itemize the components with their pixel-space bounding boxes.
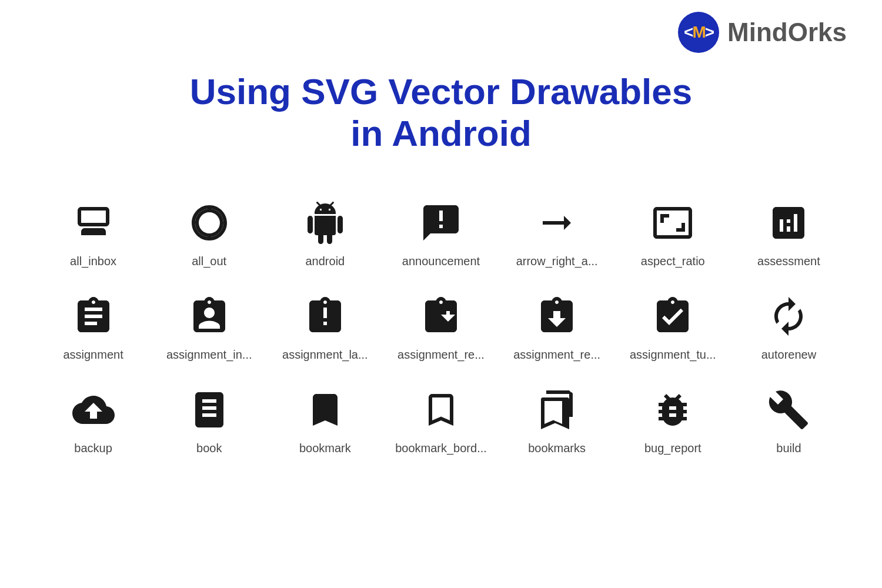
- icon-row-1: all_inbox all_out android announcement: [35, 190, 847, 278]
- autorenew-icon: [767, 295, 810, 338]
- icon-row-3: backup book bookmark bookmark_bord...: [35, 377, 847, 465]
- icon-item-bookmark-border[interactable]: bookmark_bord...: [383, 377, 499, 465]
- icon-item-assignment-turned-in[interactable]: assignment_tu...: [615, 283, 731, 371]
- icon-item-assignment-ind[interactable]: assignment_in...: [151, 283, 267, 371]
- icon-item-assignment[interactable]: assignment: [35, 283, 151, 371]
- title-line1: Using SVG Vector Drawables: [190, 71, 693, 112]
- assessment-label: assessment: [757, 255, 820, 268]
- icon-row-2: assignment assignment_in... assignment_l…: [35, 283, 847, 371]
- arrow-right-icon: [536, 202, 578, 244]
- assignment-return-label: assignment_re...: [397, 348, 485, 362]
- title-section: Using SVG Vector Drawables in Android: [0, 59, 882, 178]
- bookmark-label: bookmark: [299, 442, 351, 455]
- bug-report-icon: [652, 389, 694, 431]
- icon-item-announcement[interactable]: announcement: [383, 190, 499, 278]
- logo-text: MindOrks: [727, 18, 847, 47]
- icon-item-assignment-late[interactable]: assignment_la...: [267, 283, 383, 371]
- icon-item-all-inbox[interactable]: all_inbox: [35, 190, 151, 278]
- icon-item-bookmark[interactable]: bookmark: [267, 377, 383, 465]
- bookmark-icon: [304, 389, 346, 431]
- header: < M > MindOrks: [0, 0, 882, 59]
- title-line2: in Android: [350, 113, 532, 153]
- assignment-ind-label: assignment_in...: [166, 348, 252, 362]
- assignment-label: assignment: [63, 348, 123, 362]
- main-title: Using SVG Vector Drawables in Android: [59, 71, 823, 155]
- backup-icon: [72, 389, 115, 431]
- all-out-icon: [188, 202, 230, 244]
- all-inbox-icon: [72, 202, 115, 244]
- bookmarks-icon: [536, 389, 578, 431]
- assignment-icon: [72, 295, 115, 338]
- android-label: android: [305, 255, 345, 268]
- icon-item-assignment-return[interactable]: assignment_re...: [383, 283, 499, 371]
- assignment-returned-label: assignment_re...: [513, 348, 600, 362]
- icon-item-assessment[interactable]: assessment: [731, 190, 847, 278]
- backup-label: backup: [74, 442, 112, 455]
- icon-item-build[interactable]: build: [731, 377, 847, 465]
- arrow-right-label: arrow_right_a...: [516, 255, 598, 268]
- icon-item-bookmarks[interactable]: bookmarks: [499, 377, 615, 465]
- bookmark-border-icon: [420, 389, 462, 431]
- icon-item-book[interactable]: book: [151, 377, 267, 465]
- assessment-icon: [767, 202, 810, 244]
- icon-item-all-out[interactable]: all_out: [151, 190, 267, 278]
- all-inbox-label: all_inbox: [70, 255, 116, 268]
- assignment-return-icon: [420, 295, 462, 338]
- book-icon: [188, 389, 230, 431]
- icon-item-aspect-ratio[interactable]: aspect_ratio: [615, 190, 731, 278]
- android-icon: [304, 202, 346, 244]
- assignment-turned-in-label: assignment_tu...: [630, 348, 716, 362]
- autorenew-label: autorenew: [761, 348, 816, 362]
- book-label: book: [196, 442, 222, 455]
- logo-circle: < M >: [678, 12, 719, 53]
- icon-item-autorenew[interactable]: autorenew: [731, 283, 847, 371]
- icon-item-assignment-returned[interactable]: assignment_re...: [499, 283, 615, 371]
- announcement-icon: [420, 202, 462, 244]
- icon-item-bug-report[interactable]: bug_report: [615, 377, 731, 465]
- build-label: build: [776, 442, 801, 455]
- all-out-label: all_out: [192, 255, 226, 268]
- assignment-returned-icon: [536, 295, 578, 338]
- assignment-ind-icon: [188, 295, 230, 338]
- bookmarks-label: bookmarks: [528, 442, 586, 455]
- bookmark-border-label: bookmark_bord...: [395, 442, 487, 455]
- aspect-ratio-icon: [652, 202, 694, 244]
- bug-report-label: bug_report: [644, 442, 701, 455]
- icon-grid: all_inbox all_out android announcement: [0, 178, 882, 476]
- assignment-late-icon: [304, 295, 346, 338]
- aspect-ratio-label: aspect_ratio: [641, 255, 705, 268]
- assignment-turned-in-icon: [652, 295, 694, 338]
- build-icon: [767, 389, 810, 431]
- announcement-label: announcement: [402, 255, 480, 268]
- icon-item-android[interactable]: android: [267, 190, 383, 278]
- icon-item-arrow-right[interactable]: arrow_right_a...: [499, 190, 615, 278]
- icon-item-backup[interactable]: backup: [35, 377, 151, 465]
- assignment-late-label: assignment_la...: [282, 348, 368, 362]
